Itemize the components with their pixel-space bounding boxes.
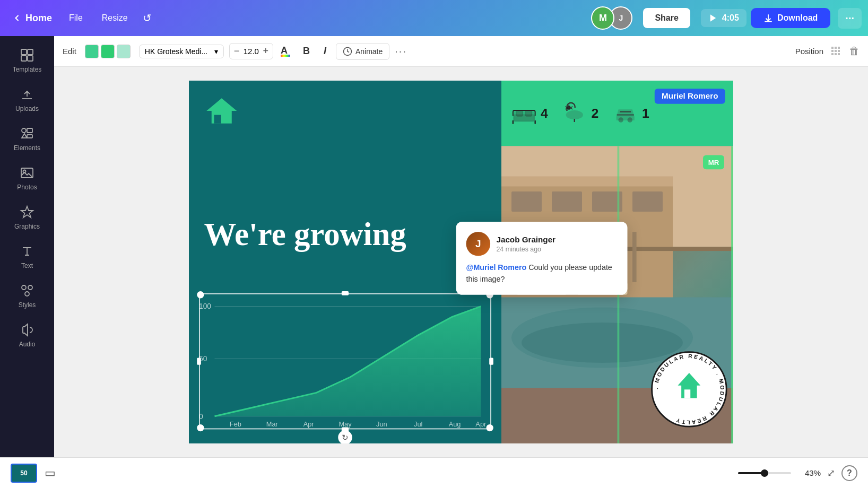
animate-button[interactable]: Animate (336, 43, 389, 60)
handle-bl[interactable] (197, 424, 204, 431)
svg-rect-70 (684, 389, 690, 398)
home-button[interactable]: Home (6, 10, 57, 27)
bold-button[interactable]: B (299, 43, 314, 59)
sidebar-item-uploads[interactable]: Uploads (3, 81, 51, 119)
zoom-slider[interactable] (738, 472, 791, 474)
page-number: 50 (20, 469, 27, 477)
sidebar-item-audio[interactable]: Audio (3, 316, 51, 354)
color-swatch-1[interactable] (85, 45, 99, 58)
svg-text:Apr: Apr (303, 420, 315, 428)
svg-rect-14 (28, 49, 33, 55)
delete-button[interactable]: 🗑 (849, 45, 860, 57)
comment-mention: @Muriel Romero (466, 263, 527, 272)
handle-bm[interactable] (342, 428, 349, 432)
edit-button[interactable]: Edit (63, 47, 76, 56)
chart-area[interactable]: 100 50 0 (199, 293, 491, 429)
handle-tl[interactable] (197, 291, 204, 298)
right-header: Muriel Romero 4 (501, 81, 733, 146)
handle-ml[interactable] (197, 358, 201, 365)
svg-text:Jul: Jul (414, 420, 422, 428)
svg-point-17 (22, 128, 26, 133)
file-button[interactable]: File (62, 10, 90, 26)
pool-background: MR . MODULAR REALTY . MODULAR REALTY (501, 146, 733, 444)
svg-rect-44 (517, 111, 523, 116)
photo-area: MR . MODULAR REALTY . MODULAR REALTY (501, 146, 733, 444)
svg-rect-18 (27, 128, 32, 133)
svg-marker-25 (206, 98, 237, 124)
left-panel: We're growing 100 (189, 81, 501, 443)
logo-circle: . MODULAR REALTY . MODULAR REALTY (650, 350, 728, 428)
download-label: Download (777, 13, 818, 23)
font-size-increase[interactable]: + (263, 46, 268, 57)
svg-rect-12 (838, 53, 840, 55)
svg-rect-15 (21, 56, 27, 61)
svg-rect-2 (281, 55, 290, 57)
comment-avatar: J (466, 232, 491, 256)
zoom-level: 43% (797, 468, 821, 477)
sidebar-item-text[interactable]: Text (3, 238, 51, 276)
font-selector[interactable]: HK Grotesk Medi... ▾ (139, 45, 224, 58)
stat3-value: 1 (642, 106, 649, 121)
share-button[interactable]: Share (643, 8, 690, 28)
text-color-button[interactable]: A (279, 43, 293, 60)
resize-button[interactable]: Resize (94, 10, 135, 26)
handle-tm[interactable] (342, 291, 349, 295)
grid-button[interactable] (829, 44, 844, 59)
svg-rect-56 (632, 191, 663, 212)
svg-rect-60 (632, 232, 637, 282)
sidebar-item-templates[interactable]: Templates (3, 41, 51, 80)
expand-button[interactable]: ⤢ (827, 467, 835, 479)
more-button[interactable]: ··· (838, 8, 862, 29)
svg-text:100: 100 (199, 302, 211, 310)
svg-marker-0 (710, 14, 716, 22)
sidebar-item-styles[interactable]: Styles (3, 277, 51, 315)
page-thumbnail[interactable]: 50 (11, 464, 37, 483)
svg-rect-9 (838, 50, 840, 52)
comment-text: @Muriel Romero Could you please update t… (466, 262, 618, 285)
svg-text:Aug: Aug (449, 420, 461, 428)
sidebar-item-elements[interactable]: Elements (3, 120, 51, 158)
svg-rect-7 (831, 50, 834, 52)
svg-text:Apr: Apr (475, 420, 487, 428)
zoom-thumb[interactable] (761, 469, 768, 477)
avatar-m[interactable]: M (591, 6, 614, 30)
handle-mr[interactable] (489, 358, 493, 365)
more-options-button[interactable]: ··· (395, 45, 407, 57)
svg-rect-16 (28, 56, 33, 61)
svg-rect-45 (526, 111, 532, 116)
sidebar-item-photos-label: Photos (17, 184, 37, 191)
sidebar-item-templates-label: Templates (13, 66, 42, 73)
download-button[interactable]: Download (751, 8, 830, 28)
stat2-value: 2 (592, 106, 599, 121)
svg-rect-53 (511, 191, 542, 212)
sidebar-item-elements-label: Elements (14, 144, 40, 152)
font-size-decrease[interactable]: − (234, 46, 240, 57)
svg-text:Jun: Jun (376, 420, 387, 428)
bottombar: 50 ▭ 43% ⤢ ? (0, 457, 868, 488)
help-button[interactable]: ? (841, 465, 857, 481)
svg-rect-8 (835, 50, 837, 52)
rotate-handle[interactable]: ↻ (338, 430, 352, 443)
comment-bubble: J Jacob Grainger 24 minutes ago @Muriel … (456, 222, 628, 295)
color-swatch-2[interactable] (101, 45, 115, 58)
avatar-group: M J (591, 6, 632, 30)
growing-text: We're growing (204, 217, 406, 252)
svg-rect-6 (838, 47, 840, 49)
play-area[interactable]: 4:05 (701, 9, 747, 27)
add-page-button[interactable]: ▭ (45, 466, 56, 480)
italic-button[interactable]: I (319, 43, 331, 59)
comment-meta: Jacob Grainger 24 minutes ago (497, 235, 556, 252)
sidebar-item-photos[interactable]: Photos (3, 159, 51, 197)
toolbar: Edit HK Grotesk Medi... ▾ − 12.0 + A B (54, 36, 868, 67)
animate-label: Animate (355, 47, 383, 56)
comment-header: J Jacob Grainger 24 minutes ago (466, 232, 618, 256)
position-button[interactable]: Position (795, 47, 823, 56)
undo-button[interactable]: ↺ (140, 8, 155, 28)
font-size-area: − 12.0 + (229, 43, 273, 59)
svg-point-24 (25, 292, 29, 296)
svg-text:Feb: Feb (230, 420, 241, 428)
color-swatch-3[interactable] (117, 45, 131, 58)
svg-rect-5 (835, 47, 837, 49)
handle-br[interactable] (487, 424, 493, 431)
sidebar-item-graphics[interactable]: Graphics (3, 198, 51, 237)
